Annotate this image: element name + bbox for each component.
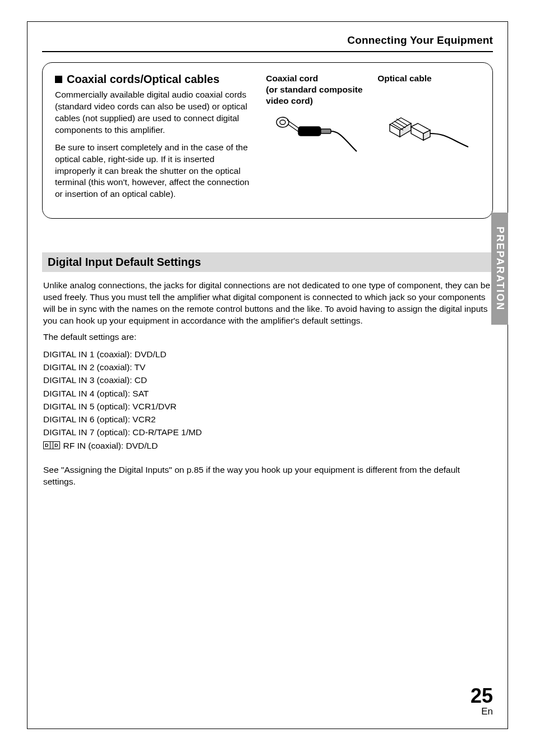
coaxial-cable-icon <box>266 112 368 163</box>
default-item-dolby: D D RF IN (coaxial): DVD/LD <box>43 439 492 452</box>
side-tab-label: PREPARATION <box>494 227 506 311</box>
section-heading: Digital Input Default Settings <box>42 252 493 272</box>
callout-paragraph-2: Be sure to insert completely and in the … <box>55 142 252 201</box>
default-item-6: DIGITAL IN 6 (optical): VCR2 <box>43 413 492 426</box>
coaxial-label-line1: Coaxial cord <box>266 73 368 84</box>
header-rule <box>42 51 493 52</box>
optical-column: Optical cable <box>377 73 480 206</box>
chapter-title: Connecting Your Equipment <box>42 34 493 51</box>
content-frame: Connecting Your Equipment Coaxial cords/… <box>27 21 508 729</box>
section-reference: See "Assigning the Digital Inputs" on p.… <box>43 464 492 488</box>
page-language: En <box>471 706 493 717</box>
optical-label: Optical cable <box>377 73 480 107</box>
square-bullet-icon <box>55 76 62 83</box>
callout-paragraph-1: Commercially available digital audio coa… <box>55 89 252 136</box>
default-item-3: DIGITAL IN 3 (coaxial): CD <box>43 374 492 386</box>
dolby-line-text: RF IN (coaxial): DVD/LD <box>63 439 158 452</box>
dolby-icon: D D <box>43 441 60 449</box>
defaults-intro: The default settings are: <box>43 331 492 343</box>
callout-text-column: Coaxial cords/Optical cables Commerciall… <box>55 73 252 206</box>
default-item-1: DIGITAL IN 1 (coaxial): DVD/LD <box>43 348 492 361</box>
default-item-5: DIGITAL IN 5 (optical): VCR1/DVR <box>43 400 492 413</box>
page: Connecting Your Equipment Coaxial cords/… <box>0 0 535 756</box>
coaxial-label: Coaxial cord (or standard composite vide… <box>266 73 368 107</box>
callout-box: Coaxial cords/Optical cables Commerciall… <box>42 62 493 219</box>
svg-rect-3 <box>321 129 331 133</box>
coaxial-label-line2: (or standard composite video cord) <box>266 84 368 107</box>
default-item-4: DIGITAL IN 4 (optical): SAT <box>43 387 492 400</box>
svg-rect-2 <box>298 127 321 136</box>
coaxial-column: Coaxial cord (or standard composite vide… <box>266 73 368 206</box>
callout-illustration-column: Coaxial cord (or standard composite vide… <box>266 73 480 206</box>
callout-heading: Coaxial cords/Optical cables <box>55 73 252 86</box>
default-item-7: DIGITAL IN 7 (optical): CD-R/TAPE 1/MD <box>43 426 492 439</box>
section-body: Unlike analog connections, the jacks for… <box>42 272 493 487</box>
svg-point-0 <box>276 117 289 127</box>
side-tab: PREPARATION <box>491 213 508 325</box>
callout-heading-text: Coaxial cords/Optical cables <box>67 73 219 86</box>
default-item-2: DIGITAL IN 2 (coaxial): TV <box>43 361 492 374</box>
section-intro: Unlike analog connections, the jacks for… <box>43 280 492 327</box>
optical-cable-icon <box>377 112 480 163</box>
page-number: 25 <box>471 686 493 706</box>
page-footer: 25 En <box>471 686 493 717</box>
